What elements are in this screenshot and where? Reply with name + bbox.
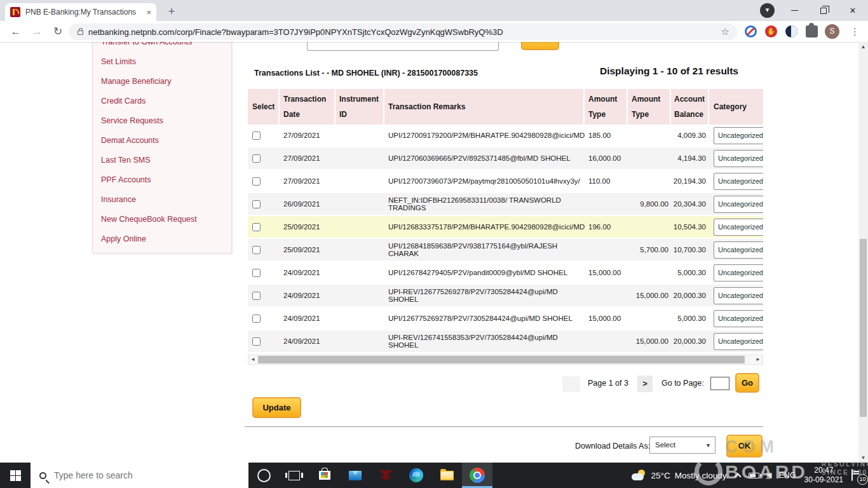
row-checkbox[interactable] bbox=[252, 223, 261, 231]
dark-mode-extension-icon[interactable] bbox=[785, 25, 797, 37]
cell-transaction-date: 27/09/2021 bbox=[280, 147, 336, 169]
sidebar-item-ppf-accounts[interactable]: PPF Accounts bbox=[93, 170, 231, 190]
goto-page-input[interactable] bbox=[710, 377, 729, 390]
chrome-icon bbox=[470, 468, 485, 483]
row-checkbox[interactable] bbox=[252, 177, 261, 186]
edge-icon bbox=[409, 468, 423, 482]
scroll-left-icon[interactable]: ◄ bbox=[248, 355, 257, 364]
clock[interactable]: 20:47 30-09-2021 bbox=[804, 466, 843, 485]
extensions-puzzle-icon[interactable] bbox=[806, 25, 818, 37]
back-button[interactable]: ← bbox=[8, 24, 24, 40]
sidebar-item-last-ten-sms[interactable]: Last Ten SMS bbox=[93, 151, 231, 170]
mail-button[interactable] bbox=[340, 463, 370, 488]
sidebar-item-manage-beneficiary[interactable]: Manage Beneficiary bbox=[93, 72, 231, 92]
profile-avatar[interactable]: S bbox=[825, 24, 839, 39]
edge-button[interactable] bbox=[401, 463, 431, 488]
row-checkbox[interactable] bbox=[252, 132, 261, 140]
category-select[interactable]: Uncategorized bbox=[714, 196, 763, 213]
cell-select bbox=[248, 330, 280, 352]
cell-transaction-date: 25/09/2021 bbox=[280, 239, 336, 261]
taskbar-search-input[interactable] bbox=[54, 470, 226, 480]
predator-app-button[interactable] bbox=[370, 463, 401, 488]
next-page-button[interactable]: > bbox=[637, 376, 653, 392]
category-select[interactable]: Uncategorized bbox=[714, 219, 763, 236]
row-checkbox[interactable] bbox=[252, 154, 261, 163]
vertical-scroll-thumb[interactable] bbox=[860, 239, 867, 417]
category-select[interactable]: Uncategorized bbox=[714, 127, 763, 144]
category-select[interactable]: Uncategorized bbox=[714, 173, 763, 190]
notification-center-button[interactable]: 10 bbox=[851, 470, 864, 481]
bookmark-star-icon[interactable]: ☆ bbox=[721, 26, 729, 37]
category-select[interactable]: Uncategorized bbox=[714, 333, 763, 350]
restore-button[interactable] bbox=[811, 0, 836, 21]
top-go-button[interactable] bbox=[521, 42, 559, 50]
ok-button[interactable]: OK bbox=[726, 435, 763, 458]
page-content: Transfer to Own AccountsSet LimitsManage… bbox=[0, 42, 868, 463]
download-format-select[interactable]: Select ▾ bbox=[649, 437, 715, 454]
cell-account-balance: 20,000.30 bbox=[671, 285, 709, 306]
microsoft-store-button[interactable] bbox=[309, 463, 340, 488]
volume-button[interactable]: ))) bbox=[768, 472, 771, 479]
update-button[interactable]: Update bbox=[252, 397, 301, 418]
scroll-right-icon[interactable]: ► bbox=[754, 355, 763, 364]
scroll-up-icon[interactable]: ▲ bbox=[858, 42, 868, 51]
download-format-value: Select bbox=[655, 441, 675, 449]
browser-tab[interactable]: PNB E-Banking:My Transactions × bbox=[5, 3, 156, 21]
row-checkbox[interactable] bbox=[252, 269, 261, 277]
table-horizontal-scrollbar[interactable]: ◄ ► bbox=[248, 355, 763, 365]
weather-widget[interactable]: 25°C Mostly cloudy bbox=[632, 470, 727, 481]
cell-category: Uncategorized bbox=[709, 216, 763, 238]
category-select[interactable]: Uncategorized bbox=[714, 310, 763, 327]
battery-icon[interactable] bbox=[749, 473, 759, 478]
close-window-button[interactable]: × bbox=[840, 0, 865, 21]
goto-page-go-button[interactable]: Go bbox=[735, 373, 759, 393]
column-header-category: Category bbox=[709, 89, 763, 125]
row-checkbox[interactable] bbox=[252, 246, 261, 254]
row-checkbox[interactable] bbox=[252, 292, 261, 300]
cell-amount-credit bbox=[628, 308, 671, 329]
content-blocker-extension-icon[interactable] bbox=[745, 25, 757, 37]
sidebar-item-transfer-to-own-accounts[interactable]: Transfer to Own Accounts bbox=[93, 42, 231, 52]
sidebar-item-credit-cards[interactable]: Credit Cards bbox=[93, 92, 231, 111]
minimize-button[interactable] bbox=[782, 0, 807, 21]
refresh-button[interactable]: ↻ bbox=[50, 24, 66, 40]
sidebar-item-set-limits[interactable]: Set Limits bbox=[93, 52, 231, 72]
cell-account-balance: 5,000.30 bbox=[671, 262, 709, 283]
category-select[interactable]: Uncategorized bbox=[714, 241, 763, 259]
adblock-extension-icon[interactable]: ✋ bbox=[765, 25, 777, 37]
search-criteria-input[interactable] bbox=[307, 42, 499, 51]
sidebar-item-insurance[interactable]: Insurance bbox=[93, 190, 231, 210]
cell-instrument-id bbox=[336, 308, 384, 329]
new-tab-button[interactable]: + bbox=[164, 4, 179, 20]
task-view-button[interactable] bbox=[279, 463, 309, 488]
tray-chevron-icon[interactable] bbox=[734, 473, 741, 480]
chrome-button[interactable] bbox=[462, 463, 492, 488]
row-checkbox[interactable] bbox=[252, 315, 261, 323]
page-vertical-scrollbar[interactable]: ▲ ▼ bbox=[858, 42, 868, 463]
url-text[interactable]: netbanking.netpnb.com/corp/Finacle?bwayp… bbox=[88, 27, 716, 37]
sidebar-item-demat-accounts[interactable]: Demat Accounts bbox=[93, 131, 231, 151]
browser-menu-icon[interactable]: ⋮ bbox=[850, 24, 860, 39]
category-select[interactable]: Uncategorized bbox=[714, 287, 763, 304]
row-checkbox[interactable] bbox=[252, 337, 261, 346]
table-row: 25/09/2021UPI/126833375178/P2M/BHARATPE.… bbox=[248, 216, 763, 239]
horizontal-scroll-thumb[interactable] bbox=[258, 356, 745, 363]
sidebar-item-new-chequebook-request[interactable]: New ChequeBook Request bbox=[93, 210, 231, 229]
taskbar-search[interactable] bbox=[31, 463, 248, 488]
row-checkbox[interactable] bbox=[252, 200, 261, 208]
prev-page-button[interactable] bbox=[562, 376, 580, 392]
file-explorer-button[interactable] bbox=[431, 463, 462, 488]
column-header-transaction-remarks: Transaction Remarks bbox=[384, 89, 585, 125]
cortana-button[interactable] bbox=[248, 463, 279, 488]
table-row: 27/09/2021UPI/127060369665/P2V/892537148… bbox=[248, 147, 763, 170]
sidebar-item-apply-online[interactable]: Apply Online bbox=[93, 229, 231, 249]
media-control-icon[interactable]: ▾ bbox=[760, 3, 775, 18]
category-select[interactable]: Uncategorized bbox=[714, 150, 763, 167]
start-button[interactable] bbox=[0, 463, 31, 488]
category-select[interactable]: Uncategorized bbox=[714, 264, 763, 281]
scroll-down-icon[interactable]: ▼ bbox=[858, 453, 868, 463]
tab-close-icon[interactable]: × bbox=[146, 8, 151, 17]
sidebar-item-service-requests[interactable]: Service Requests bbox=[93, 111, 231, 131]
language-indicator[interactable]: ENG bbox=[779, 471, 796, 480]
address-bar[interactable]: netbanking.netpnb.com/corp/Finacle?bwayp… bbox=[69, 24, 737, 40]
